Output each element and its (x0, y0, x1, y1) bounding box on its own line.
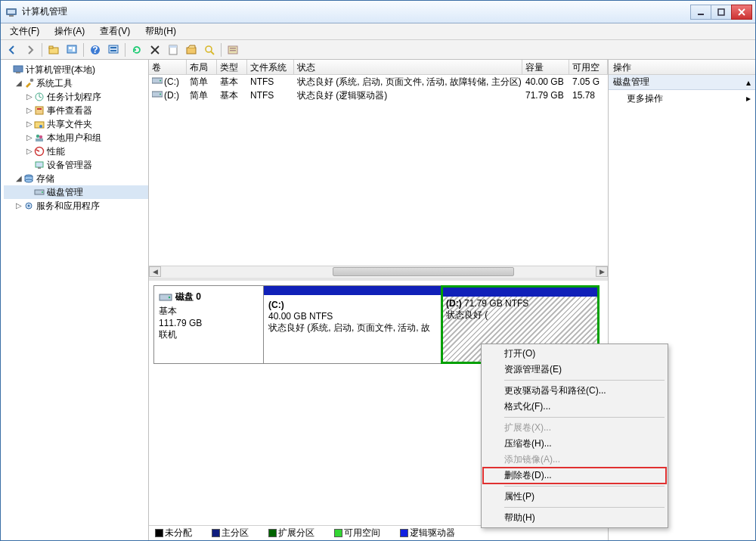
expand-icon[interactable]: ◢ (14, 79, 23, 88)
nav-forward-button[interactable] (22, 42, 39, 58)
partition-c-label: (C:) (268, 300, 436, 311)
svg-rect-32 (36, 138, 43, 141)
h-scrollbar[interactable]: ◀ ▶ (149, 266, 608, 278)
tree-devmgr[interactable]: 设备管理器 (4, 158, 148, 172)
collapse-icon[interactable]: ▷ (25, 134, 33, 142)
volume-row[interactable]: (C:)简单基本NTFS状态良好 (系统, 启动, 页面文件, 活动, 故障转储… (149, 75, 608, 89)
app-title: 计算机管理 (22, 5, 67, 18)
collapse-icon[interactable]: ▷ (14, 202, 23, 210)
tree-services[interactable]: ▷ 服务和应用程序 (4, 199, 148, 213)
nav-back-button[interactable] (4, 42, 20, 58)
tb-props-icon[interactable] (165, 42, 181, 58)
partition-c[interactable]: (C:) 40.00 GB NTFS 状态良好 (系统, 启动, 页面文件, 活… (263, 285, 442, 364)
ctx-open[interactable]: 打开(O) (483, 346, 666, 362)
perf-icon (34, 146, 45, 157)
menu-file[interactable]: 文件(F) (4, 23, 45, 39)
tb-open-icon[interactable] (183, 42, 200, 58)
tree-systools[interactable]: ◢ 系统工具 (4, 76, 148, 90)
volume-row[interactable]: (D:)简单基本NTFS状态良好 (逻辑驱动器)71.79 GB15.78 (149, 89, 608, 102)
col-free[interactable]: 可用空 (569, 60, 608, 74)
actions-header: 操作 (609, 60, 755, 75)
scroll-left-icon[interactable]: ◀ (149, 266, 161, 277)
nav-tree[interactable]: 计算机管理(本地) ◢ 系统工具 ▷ 任务计划程序 ▷ 事件查看器 ▷ 共享文件… (1, 60, 149, 540)
chevron-right-icon: ▸ (746, 93, 751, 104)
legend-logical-swatch (400, 529, 408, 537)
tree-shared[interactable]: ▷ 共享文件夹 (4, 117, 148, 131)
scroll-right-icon[interactable]: ▶ (596, 266, 608, 277)
svg-rect-22 (14, 66, 23, 72)
svg-rect-3 (698, 14, 704, 15)
col-capacity[interactable]: 容量 (522, 60, 569, 74)
col-status[interactable]: 状态 (294, 60, 522, 74)
actions-section[interactable]: 磁盘管理 ▴ (609, 75, 755, 90)
volume-list[interactable]: 卷 布局 类型 文件系统 状态 容量 可用空 (C:)简单基本NTFS状态良好 … (149, 60, 608, 281)
col-type[interactable]: 类型 (217, 60, 247, 74)
computer-icon (13, 64, 23, 75)
maximize-button[interactable] (711, 5, 732, 20)
tree-twisty-icon[interactable] (4, 66, 12, 74)
tree-eventviewer[interactable]: ▷ 事件查看器 (4, 104, 148, 117)
ctx-shrink[interactable]: 压缩卷(H)... (483, 436, 666, 452)
tree-diskmgmt[interactable]: 磁盘管理 (4, 185, 148, 199)
collapse-icon[interactable]: ▷ (25, 148, 33, 156)
ctx-format[interactable]: 格式化(F)... (483, 399, 666, 415)
col-fs[interactable]: 文件系统 (247, 60, 294, 74)
tb-zoom-icon[interactable] (201, 42, 218, 58)
expand-icon[interactable]: ◢ (14, 175, 23, 183)
partition-c-status: 状态良好 (系统, 启动, 页面文件, 活动, 故 (268, 322, 430, 333)
svg-rect-26 (36, 107, 43, 114)
collapse-icon[interactable]: ▷ (25, 93, 33, 101)
menubar: 文件(F) 操作(A) 查看(V) 帮助(H) (1, 23, 755, 40)
ctx-change-letter[interactable]: 更改驱动器号和路径(C)... (483, 383, 666, 399)
tb-console-icon[interactable] (64, 42, 80, 58)
menu-help[interactable]: 帮助(H) (139, 23, 182, 39)
device-icon (34, 160, 45, 170)
collapse-icon[interactable]: ▷ (25, 107, 33, 115)
ctx-delete-volume[interactable]: 删除卷(D)... (483, 468, 666, 483)
svg-rect-21 (230, 50, 236, 51)
tree-storage[interactable]: ◢ 存储 (4, 172, 148, 185)
actions-more[interactable]: 更多操作 ▸ (609, 90, 755, 107)
ctx-explorer[interactable]: 资源管理器(E) (483, 362, 666, 378)
tb-help-icon[interactable]: ? (87, 42, 104, 58)
context-menu[interactable]: 打开(O) 资源管理器(E) 更改驱动器号和路径(C)... 格式化(F)...… (481, 344, 668, 528)
ctx-help[interactable]: 帮助(H) (483, 510, 666, 526)
collapse-icon[interactable]: ▷ (25, 120, 33, 129)
menu-view[interactable]: 查看(V) (94, 23, 136, 39)
volume-list-header[interactable]: 卷 布局 类型 文件系统 状态 容量 可用空 (149, 60, 608, 75)
svg-point-40 (42, 191, 43, 193)
ctx-properties[interactable]: 属性(P) (483, 489, 666, 505)
tb-up-icon[interactable] (45, 42, 62, 58)
minimize-button[interactable] (690, 5, 711, 20)
legend-unalloc-swatch (155, 529, 163, 537)
close-button[interactable] (731, 5, 752, 20)
partition-d-size: 71.79 GB NTFS (464, 298, 528, 309)
col-layout[interactable]: 布局 (187, 60, 217, 74)
svg-rect-13 (110, 47, 116, 48)
svg-rect-20 (230, 48, 236, 49)
tree-scheduler[interactable]: ▷ 任务计划程序 (4, 90, 148, 104)
svg-rect-14 (110, 50, 116, 51)
tb-list-icon[interactable] (225, 42, 241, 58)
svg-rect-4 (718, 9, 724, 15)
svg-text:?: ? (92, 45, 98, 55)
ctx-extend: 扩展卷(X)... (483, 420, 666, 436)
svg-rect-6 (49, 46, 53, 48)
menu-action[interactable]: 操作(A) (48, 23, 91, 39)
tb-settings-icon[interactable] (105, 42, 122, 58)
tb-delete-icon[interactable] (147, 42, 163, 58)
chevron-up-icon: ▴ (746, 77, 751, 88)
disk-label[interactable]: 磁盘 0 基本 111.79 GB 联机 (153, 285, 264, 364)
tree-root[interactable]: 计算机管理(本地) (4, 63, 148, 76)
tree-users[interactable]: ▷ 本地用户和组 (4, 131, 148, 145)
legend-ext-swatch (268, 529, 277, 537)
svg-point-24 (30, 79, 34, 82)
tree-perf[interactable]: ▷ 性能 (4, 145, 148, 158)
scroll-thumb[interactable] (333, 267, 514, 276)
ctx-addmirror: 添加镜像(A)... (483, 452, 666, 468)
titlebar: 计算机管理 (1, 1, 755, 23)
tb-refresh-icon[interactable] (129, 42, 145, 58)
svg-rect-2 (9, 15, 14, 17)
col-volume[interactable]: 卷 (149, 60, 187, 74)
users-icon (34, 132, 45, 143)
